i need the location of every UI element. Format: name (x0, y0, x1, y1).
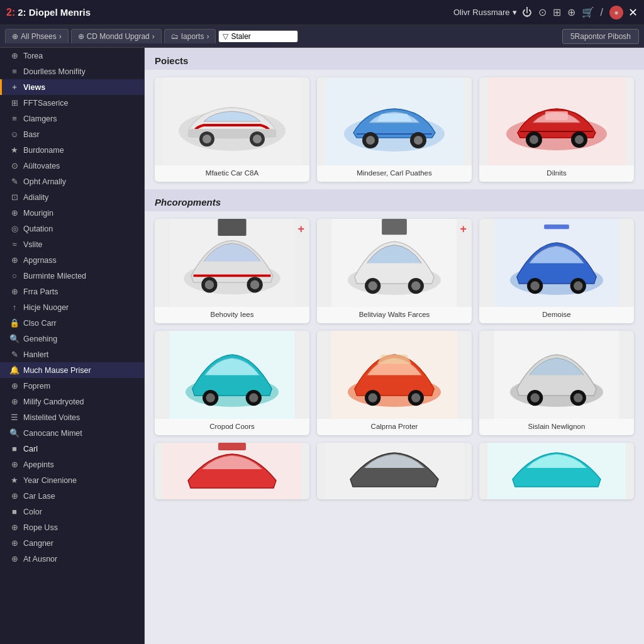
sidebar-icon: ◎ (9, 224, 19, 233)
sidebar-item-hicje-nuoger[interactable]: ↑ Hicje Nuoger (0, 299, 144, 315)
add-icon[interactable]: ⊕ (567, 6, 575, 18)
tab-cd-mond[interactable]: ⊕ CD Mondd Upgrad › (71, 29, 162, 43)
card-calprna[interactable]: Calprna Proter (317, 331, 472, 435)
search-input[interactable] (231, 32, 294, 41)
user-menu[interactable]: Olivr Russmare ▾ (453, 8, 517, 17)
sidebar-item-genehing[interactable]: 🔍 Genehing (0, 331, 144, 347)
sidebar-item-apgrnass[interactable]: ⊕ Apgrnass (0, 252, 144, 268)
sidebar-item-color[interactable]: ■ Color (0, 504, 144, 519)
tab-icon: ⊕ (78, 32, 84, 41)
sidebar-item-opht-arnally[interactable]: ✎ Opht Arnally (0, 174, 144, 189)
svg-rect-35 (544, 225, 569, 229)
card-plus-icon[interactable]: + (460, 223, 467, 236)
grid-icon[interactable]: ⊞ (553, 6, 561, 18)
svg-point-51 (411, 393, 420, 402)
sidebar-label: Car Lase (23, 492, 55, 501)
card-label: Dilnits (479, 165, 634, 182)
card-belitviay[interactable]: + Belitviay Walts Farces (317, 219, 472, 323)
settings-icon[interactable]: ⊙ (538, 6, 547, 18)
card-mfaetic[interactable]: Mfaetic Car C8A (155, 77, 309, 182)
card-dilnits[interactable]: Dilnits (479, 77, 634, 182)
tab-all-phases[interactable]: ⊕ All Phsees › (5, 29, 69, 43)
sidebar-item-burdoname[interactable]: ★ Burdoname (0, 142, 144, 158)
sidebar-item-mourigin[interactable]: ⊕ Mourigin (0, 205, 144, 221)
sidebar-item-carl[interactable]: ■ Carl (0, 441, 144, 457)
slash-icon: / (601, 7, 603, 18)
sidebar-icon: ⊕ (9, 208, 19, 218)
tab-iaports[interactable]: 🗂 Iaports › (164, 29, 216, 43)
svg-point-3 (203, 135, 211, 143)
sidebar-icon: ⊞ (9, 98, 19, 108)
sidebar-item-burminte[interactable]: ○ Burminte Milected (0, 268, 144, 284)
card-label: Mindeser, Carl Puathes (317, 165, 472, 182)
sidebar-item-views[interactable]: + Views (0, 79, 144, 95)
sidebar-item-vslite[interactable]: ≈ Vslite (0, 236, 144, 252)
profile-icon[interactable]: ● (609, 6, 623, 19)
sidebar-item-canocanc[interactable]: 🔍 Canocanc Mimet (0, 425, 144, 441)
sidebar-item-torea[interactable]: ⊕ Torea (0, 48, 144, 64)
sidebar-label: Foprem (23, 382, 50, 391)
sidebar-item-clamgers[interactable]: ≡ Clamgers (0, 111, 144, 126)
sidebar-icon: ≡ (9, 67, 19, 76)
sidebar-item-adiality[interactable]: ⊡ Adiality (0, 189, 144, 205)
sidebar-label: Burminte Milected (23, 272, 86, 280)
sidebar-icon: ⊕ (9, 491, 19, 501)
tabs-bar: ⊕ All Phsees › ⊕ CD Mondd Upgrad › 🗂 Iap… (0, 25, 644, 48)
sidebar-icon: ≈ (9, 240, 19, 249)
sidebar-item-much-mause[interactable]: 🔔 Much Mause Priser (0, 362, 144, 378)
sidebar-label: Qutation (23, 225, 53, 233)
card-behovity[interactable]: + Behovity Iees (155, 219, 309, 323)
sidebar-item-aultovates[interactable]: ⊙ Aültovates (0, 158, 144, 174)
card-image (155, 331, 309, 419)
sidebar: ⊕ Torea ≡ Dourlless Monifity + Views ⊞ F… (0, 48, 145, 644)
card-bottom-3[interactable] (479, 443, 634, 499)
sidebar-item-cangner[interactable]: ⊕ Cangner (0, 535, 144, 551)
sidebar-item-frra-parts[interactable]: ⊕ Frra Parts (0, 284, 144, 299)
close-button[interactable]: ✕ (628, 6, 638, 19)
sidebar-item-year-cinenione[interactable]: ★ Year Cinenione (0, 472, 144, 488)
svg-point-9 (366, 136, 375, 145)
card-bottom-2[interactable] (317, 443, 472, 499)
tab-action-button[interactable]: 5Rapontor Pibosh (562, 29, 639, 44)
sidebar-item-fftsaserice[interactable]: ⊞ FFTSaserice (0, 95, 144, 111)
card-image (317, 443, 472, 499)
tab-staler[interactable]: ▽ (218, 30, 298, 42)
sidebar-label: Hanlert (23, 350, 48, 359)
sidebar-item-clso-carr[interactable]: 🔒 Clso Carr (0, 315, 144, 331)
sidebar-item-apepints[interactable]: ⊕ Apepints (0, 457, 144, 472)
sidebar-icon: ⊕ (9, 255, 19, 265)
svg-point-37 (530, 281, 539, 290)
card-bottom-1[interactable] (155, 443, 309, 499)
sidebar-item-rope-uss[interactable]: ⊕ Rope Uss (0, 519, 144, 535)
sidebar-item-foprem[interactable]: ⊕ Foprem (0, 378, 144, 394)
user-dropdown-icon: ▾ (513, 8, 517, 17)
power-icon[interactable]: ⏻ (522, 7, 532, 18)
color-icon: ■ (9, 507, 19, 516)
svg-rect-59 (218, 443, 246, 450)
sidebar-item-mistelited[interactable]: ☰ Mistelited Voites (0, 409, 144, 425)
sidebar-label: Cangner (23, 539, 53, 548)
sidebar-icon: ⊕ (9, 523, 19, 532)
card-cropod[interactable]: Cropod Coors (155, 331, 309, 435)
sidebar-item-car-lase[interactable]: ⊕ Car Lase (0, 488, 144, 504)
svg-point-17 (575, 135, 584, 144)
card-mindeser[interactable]: Mindeser, Carl Puathes (317, 77, 472, 182)
card-image (317, 331, 472, 419)
sidebar-label: Dourlless Monifity (23, 67, 86, 76)
svg-point-25 (250, 280, 259, 289)
card-sislain[interactable]: Sislain Newlignon (479, 331, 634, 435)
sidebar-item-hanlert[interactable]: ✎ Hanlert (0, 347, 144, 362)
sidebar-item-qutation[interactable]: ◎ Qutation (0, 221, 144, 236)
sidebar-item-milify[interactable]: ⊕ Milify Candryoted (0, 394, 144, 409)
sidebar-item-dourlless[interactable]: ≡ Dourlless Monifity (0, 64, 144, 79)
card-label: Sislain Newlignon (479, 419, 634, 435)
tab-arrow: › (206, 32, 209, 41)
sidebar-item-basr[interactable]: ☺ Basr (0, 126, 144, 142)
svg-point-23 (205, 280, 214, 289)
cart-icon[interactable]: 🛒 (582, 6, 594, 18)
sidebar-icon: ↑ (9, 303, 19, 312)
sidebar-item-at-ausnor[interactable]: ⊕ At Ausnor (0, 551, 144, 567)
card-demoise[interactable]: Demoise (479, 219, 634, 323)
svg-point-57 (574, 393, 582, 402)
card-plus-icon[interactable]: + (297, 223, 304, 236)
